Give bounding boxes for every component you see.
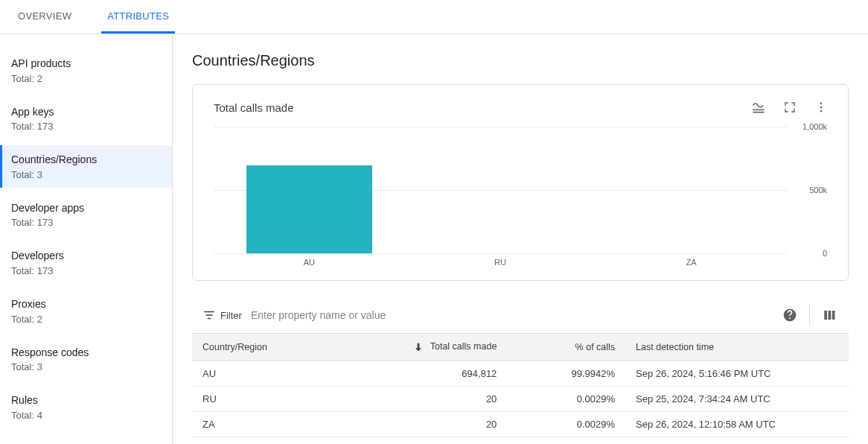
sidebar-item[interactable]: ProxiesTotal: 2	[0, 290, 172, 332]
toolbar-divider	[809, 305, 810, 326]
cell-pct: 0.0029%	[507, 387, 625, 412]
sidebar-item-label: App keys	[11, 105, 163, 120]
cell-calls: 694,812	[389, 361, 508, 387]
tabs: OVERVIEW ATTRIBUTES	[0, 0, 868, 34]
col-pct[interactable]: % of calls	[507, 334, 625, 361]
cell-last: Sep 25, 2024, 7:34:24 AM UTC	[625, 387, 849, 412]
svg-point-2	[820, 102, 823, 104]
sidebar-item[interactable]: API productsTotal: 2	[0, 49, 172, 92]
chart-plot: 1,000k500k0	[214, 127, 787, 253]
sidebar-item-label: Countries/Regions	[11, 153, 163, 168]
help-icon[interactable]	[781, 306, 799, 324]
table-body: AU694,81299.9942%Sep 26, 2024, 5:16:46 P…	[192, 361, 849, 437]
sidebar-item-total: Total: 3	[11, 169, 163, 180]
cell-country: AU	[192, 361, 389, 387]
cell-calls: 20	[389, 387, 508, 412]
cell-country: RU	[192, 387, 389, 412]
svg-point-3	[820, 107, 823, 109]
sidebar-item[interactable]: App keysTotal: 173	[0, 98, 172, 140]
table-row[interactable]: AU694,81299.9942%Sep 26, 2024, 5:16:46 P…	[192, 361, 849, 387]
data-table: Country/Region Total calls made % of cal…	[192, 333, 849, 437]
svg-rect-6	[206, 314, 213, 316]
filter-icon	[202, 308, 216, 322]
chart-xaxis: AURUZA	[214, 258, 787, 267]
sidebar-item-total: Total: 2	[11, 73, 163, 84]
chart-ytick-label: 500k	[791, 185, 827, 194]
svg-rect-11	[832, 311, 835, 320]
filter-input[interactable]	[251, 309, 781, 321]
sidebar-item-label: Proxies	[11, 297, 163, 312]
chart-xtick-label: ZA	[596, 258, 787, 267]
chart-bar-slot	[405, 127, 596, 253]
sidebar-item[interactable]: RulesTotal: 4	[0, 386, 172, 428]
fullscreen-icon[interactable]	[781, 98, 799, 116]
chart-bar-slot	[596, 127, 787, 253]
sidebar-item-label: Rules	[11, 393, 163, 408]
col-country[interactable]: Country/Region	[192, 334, 389, 361]
sidebar: API productsTotal: 2App keysTotal: 173Co…	[0, 34, 173, 444]
chart-card: Total calls made	[192, 84, 849, 281]
tab-overview[interactable]: OVERVIEW	[12, 0, 77, 34]
sidebar-item-label: Developers	[11, 249, 163, 264]
sidebar-item-total: Total: 3	[11, 361, 163, 372]
sidebar-item-label: Developer apps	[11, 201, 163, 216]
filter-label-group[interactable]: Filter	[202, 308, 242, 322]
sidebar-item[interactable]: Developer appsTotal: 173	[0, 194, 172, 236]
more-options-icon[interactable]	[812, 98, 830, 116]
col-calls[interactable]: Total calls made	[389, 334, 508, 361]
svg-rect-7	[208, 318, 211, 320]
chart-bar-slot	[214, 127, 405, 253]
sidebar-item[interactable]: DevelopersTotal: 173	[0, 241, 172, 284]
chart-bar	[246, 165, 372, 253]
sidebar-item-total: Total: 4	[11, 410, 163, 421]
cell-country: ZA	[192, 412, 389, 437]
chart: 1,000k500k0 AURUZA	[193, 127, 848, 267]
sidebar-item-label: API products	[11, 57, 163, 72]
main-content: Countries/Regions Total calls made	[173, 34, 868, 444]
chart-xtick-label: RU	[405, 258, 596, 267]
chart-gridline	[214, 253, 787, 254]
columns-icon[interactable]	[820, 306, 838, 324]
chart-xtick-label: AU	[214, 258, 405, 267]
sidebar-item[interactable]: Target URLTotal: 2	[0, 434, 172, 444]
sidebar-item-total: Total: 2	[11, 314, 163, 325]
svg-rect-5	[204, 311, 214, 313]
cell-last: Sep 26, 2024, 5:16:46 PM UTC	[625, 361, 849, 387]
table-row[interactable]: RU200.0029%Sep 25, 2024, 7:34:24 AM UTC	[192, 387, 849, 412]
filter-label: Filter	[220, 310, 242, 321]
svg-rect-9	[824, 311, 827, 320]
sidebar-item-label: Response codes	[11, 346, 163, 361]
sidebar-item[interactable]: Response codesTotal: 3	[0, 338, 172, 381]
chart-ytick-label: 0	[791, 249, 827, 258]
cell-calls: 20	[389, 412, 508, 437]
sort-desc-icon	[412, 341, 424, 353]
cell-pct: 99.9942%	[507, 361, 625, 387]
page-title: Countries/Regions	[192, 52, 849, 69]
sidebar-item-total: Total: 173	[11, 217, 163, 228]
cell-pct: 0.0029%	[507, 412, 625, 437]
tab-attributes[interactable]: ATTRIBUTES	[101, 0, 175, 34]
chart-ytick-label: 1,000k	[791, 122, 827, 131]
sidebar-item-total: Total: 173	[11, 121, 163, 132]
svg-point-4	[820, 110, 823, 112]
table-section: Filter	[192, 299, 849, 437]
chart-title: Total calls made	[214, 101, 294, 114]
col-calls-label: Total calls made	[430, 341, 497, 352]
sidebar-item[interactable]: Countries/RegionsTotal: 3	[0, 145, 172, 188]
sidebar-item-total: Total: 173	[11, 265, 163, 276]
svg-rect-10	[829, 311, 832, 320]
table-row[interactable]: ZA200.0029%Sep 26, 2024, 12:10:58 AM UTC	[192, 412, 849, 437]
cell-last: Sep 26, 2024, 12:10:58 AM UTC	[625, 412, 849, 437]
col-last[interactable]: Last detection time	[625, 334, 849, 361]
legend-toggle-icon[interactable]	[750, 98, 768, 116]
